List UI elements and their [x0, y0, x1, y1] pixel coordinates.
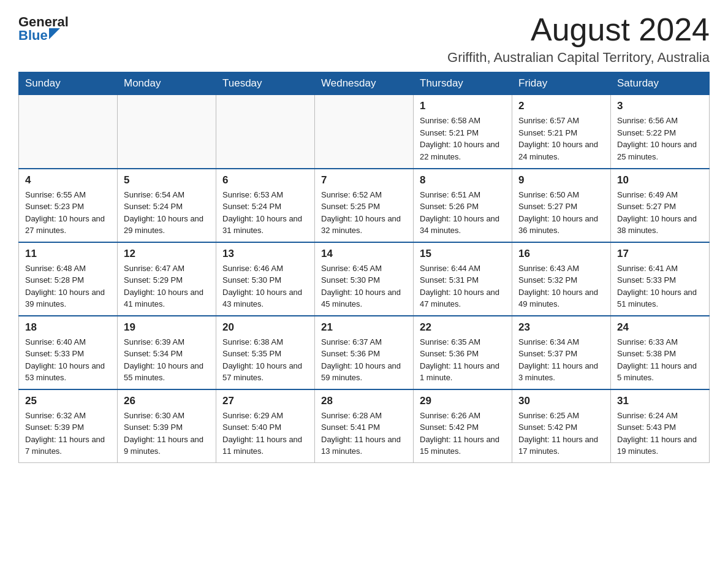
calendar-day-cell: 29Sunrise: 6:26 AM Sunset: 5:42 PM Dayli…	[414, 389, 512, 463]
day-number: 7	[321, 174, 407, 186]
logo-triangle-icon	[49, 28, 60, 39]
calendar-day-cell: 12Sunrise: 6:47 AM Sunset: 5:29 PM Dayli…	[118, 242, 216, 316]
location-title: Griffith, Australian Capital Territory, …	[447, 50, 710, 66]
day-info: Sunrise: 6:53 AM Sunset: 5:24 PM Dayligh…	[222, 189, 308, 237]
page-header: General Blue August 2024 Griffith, Austr…	[18, 12, 710, 66]
calendar-day-cell: 1Sunrise: 6:58 AM Sunset: 5:21 PM Daylig…	[414, 95, 512, 169]
day-info: Sunrise: 6:24 AM Sunset: 5:43 PM Dayligh…	[617, 410, 703, 458]
day-number: 9	[518, 174, 604, 186]
day-info: Sunrise: 6:44 AM Sunset: 5:31 PM Dayligh…	[420, 262, 506, 310]
calendar-week-row: 4Sunrise: 6:55 AM Sunset: 5:23 PM Daylig…	[19, 169, 710, 242]
day-info: Sunrise: 6:33 AM Sunset: 5:38 PM Dayligh…	[617, 336, 703, 384]
calendar-day-header: Monday	[118, 72, 216, 95]
day-number: 28	[321, 395, 407, 407]
day-number: 3	[617, 100, 703, 112]
calendar-day-header: Saturday	[611, 72, 710, 95]
calendar-day-cell: 30Sunrise: 6:25 AM Sunset: 5:42 PM Dayli…	[512, 389, 611, 463]
day-info: Sunrise: 6:43 AM Sunset: 5:32 PM Dayligh…	[518, 262, 604, 310]
day-number: 15	[420, 248, 506, 260]
day-number: 27	[222, 395, 308, 407]
day-number: 31	[617, 395, 703, 407]
calendar-day-cell: 10Sunrise: 6:49 AM Sunset: 5:27 PM Dayli…	[611, 169, 710, 242]
day-number: 11	[25, 248, 111, 260]
svg-marker-0	[49, 28, 60, 39]
day-info: Sunrise: 6:29 AM Sunset: 5:40 PM Dayligh…	[222, 410, 308, 458]
calendar-day-cell: 21Sunrise: 6:37 AM Sunset: 5:36 PM Dayli…	[315, 316, 414, 389]
logo: General Blue	[18, 15, 69, 42]
day-number: 29	[420, 395, 506, 407]
calendar-day-cell: 7Sunrise: 6:52 AM Sunset: 5:25 PM Daylig…	[315, 169, 414, 242]
day-number: 8	[420, 174, 506, 186]
day-info: Sunrise: 6:56 AM Sunset: 5:22 PM Dayligh…	[617, 115, 703, 163]
day-info: Sunrise: 6:51 AM Sunset: 5:26 PM Dayligh…	[420, 189, 506, 237]
calendar-day-cell: 13Sunrise: 6:46 AM Sunset: 5:30 PM Dayli…	[216, 242, 315, 316]
day-number: 4	[25, 174, 111, 186]
day-info: Sunrise: 6:48 AM Sunset: 5:28 PM Dayligh…	[25, 262, 111, 310]
logo-blue-text: Blue	[18, 29, 48, 42]
calendar-day-cell: 22Sunrise: 6:35 AM Sunset: 5:36 PM Dayli…	[414, 316, 512, 389]
day-info: Sunrise: 6:46 AM Sunset: 5:30 PM Dayligh…	[222, 262, 308, 310]
day-info: Sunrise: 6:58 AM Sunset: 5:21 PM Dayligh…	[420, 115, 506, 163]
day-number: 25	[25, 395, 111, 407]
day-info: Sunrise: 6:40 AM Sunset: 5:33 PM Dayligh…	[25, 336, 111, 384]
calendar-day-cell: 18Sunrise: 6:40 AM Sunset: 5:33 PM Dayli…	[19, 316, 118, 389]
calendar-week-row: 1Sunrise: 6:58 AM Sunset: 5:21 PM Daylig…	[19, 95, 710, 169]
calendar-day-cell	[19, 95, 118, 169]
day-info: Sunrise: 6:32 AM Sunset: 5:39 PM Dayligh…	[25, 410, 111, 458]
calendar-day-cell	[216, 95, 315, 169]
calendar-table: SundayMondayTuesdayWednesdayThursdayFrid…	[18, 72, 710, 463]
day-info: Sunrise: 6:26 AM Sunset: 5:42 PM Dayligh…	[420, 410, 506, 458]
calendar-day-cell: 9Sunrise: 6:50 AM Sunset: 5:27 PM Daylig…	[512, 169, 611, 242]
calendar-week-row: 18Sunrise: 6:40 AM Sunset: 5:33 PM Dayli…	[19, 316, 710, 389]
calendar-day-cell: 24Sunrise: 6:33 AM Sunset: 5:38 PM Dayli…	[611, 316, 710, 389]
day-number: 14	[321, 248, 407, 260]
day-info: Sunrise: 6:54 AM Sunset: 5:24 PM Dayligh…	[124, 189, 210, 237]
calendar-day-cell: 27Sunrise: 6:29 AM Sunset: 5:40 PM Dayli…	[216, 389, 315, 463]
day-number: 21	[321, 321, 407, 334]
day-info: Sunrise: 6:45 AM Sunset: 5:30 PM Dayligh…	[321, 262, 407, 310]
calendar-day-header: Thursday	[414, 72, 512, 95]
calendar-day-cell: 31Sunrise: 6:24 AM Sunset: 5:43 PM Dayli…	[611, 389, 710, 463]
month-title: August 2024	[447, 12, 710, 47]
day-number: 1	[420, 100, 506, 112]
calendar-week-row: 25Sunrise: 6:32 AM Sunset: 5:39 PM Dayli…	[19, 389, 710, 463]
calendar-day-cell: 20Sunrise: 6:38 AM Sunset: 5:35 PM Dayli…	[216, 316, 315, 389]
calendar-day-cell: 2Sunrise: 6:57 AM Sunset: 5:21 PM Daylig…	[512, 95, 611, 169]
day-number: 23	[518, 321, 604, 334]
calendar-day-cell: 28Sunrise: 6:28 AM Sunset: 5:41 PM Dayli…	[315, 389, 414, 463]
logo-general-text: General	[18, 15, 69, 29]
calendar-day-cell: 26Sunrise: 6:30 AM Sunset: 5:39 PM Dayli…	[118, 389, 216, 463]
day-number: 18	[25, 321, 111, 334]
day-number: 30	[518, 395, 604, 407]
day-number: 26	[124, 395, 210, 407]
day-info: Sunrise: 6:55 AM Sunset: 5:23 PM Dayligh…	[25, 189, 111, 237]
day-info: Sunrise: 6:47 AM Sunset: 5:29 PM Dayligh…	[124, 262, 210, 310]
calendar-header-row: SundayMondayTuesdayWednesdayThursdayFrid…	[19, 72, 710, 95]
calendar-day-header: Sunday	[19, 72, 118, 95]
day-number: 17	[617, 248, 703, 260]
day-number: 22	[420, 321, 506, 334]
calendar-day-cell: 23Sunrise: 6:34 AM Sunset: 5:37 PM Dayli…	[512, 316, 611, 389]
calendar-day-cell: 16Sunrise: 6:43 AM Sunset: 5:32 PM Dayli…	[512, 242, 611, 316]
day-number: 12	[124, 248, 210, 260]
day-info: Sunrise: 6:38 AM Sunset: 5:35 PM Dayligh…	[222, 336, 308, 384]
day-info: Sunrise: 6:39 AM Sunset: 5:34 PM Dayligh…	[124, 336, 210, 384]
day-info: Sunrise: 6:25 AM Sunset: 5:42 PM Dayligh…	[518, 410, 604, 458]
title-block: August 2024 Griffith, Australian Capital…	[447, 12, 710, 66]
day-number: 19	[124, 321, 210, 334]
calendar-day-cell: 4Sunrise: 6:55 AM Sunset: 5:23 PM Daylig…	[19, 169, 118, 242]
day-info: Sunrise: 6:57 AM Sunset: 5:21 PM Dayligh…	[518, 115, 604, 163]
day-info: Sunrise: 6:49 AM Sunset: 5:27 PM Dayligh…	[617, 189, 703, 237]
calendar-day-cell	[315, 95, 414, 169]
day-info: Sunrise: 6:30 AM Sunset: 5:39 PM Dayligh…	[124, 410, 210, 458]
calendar-day-cell: 15Sunrise: 6:44 AM Sunset: 5:31 PM Dayli…	[414, 242, 512, 316]
calendar-day-header: Friday	[512, 72, 611, 95]
day-number: 5	[124, 174, 210, 186]
calendar-day-header: Wednesday	[315, 72, 414, 95]
calendar-day-cell: 25Sunrise: 6:32 AM Sunset: 5:39 PM Dayli…	[19, 389, 118, 463]
calendar-day-header: Tuesday	[216, 72, 315, 95]
day-number: 20	[222, 321, 308, 334]
calendar-day-cell: 19Sunrise: 6:39 AM Sunset: 5:34 PM Dayli…	[118, 316, 216, 389]
calendar-week-row: 11Sunrise: 6:48 AM Sunset: 5:28 PM Dayli…	[19, 242, 710, 316]
calendar-day-cell: 8Sunrise: 6:51 AM Sunset: 5:26 PM Daylig…	[414, 169, 512, 242]
